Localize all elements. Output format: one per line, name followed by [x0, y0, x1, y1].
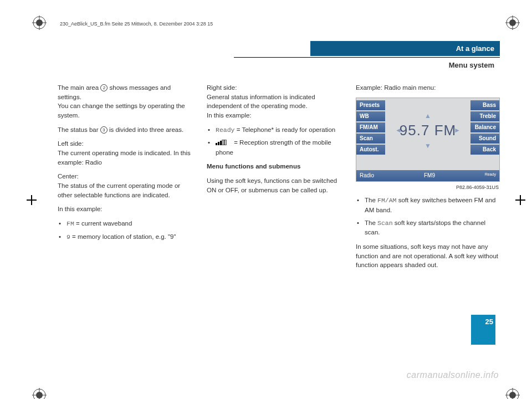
body-text: Example: Radio main menu:	[356, 83, 500, 93]
text: The	[365, 219, 377, 226]
status-ready: Ready	[485, 172, 496, 180]
text: You can change the settings by operating…	[58, 103, 185, 119]
radio-menu-figure: Presets WB FM/AM Scan Autost. Bass Trebl…	[356, 98, 500, 182]
code: Scan	[377, 219, 393, 227]
status-bar: Radio FM9 Ready	[356, 170, 499, 182]
svg-rect-17	[218, 142, 219, 145]
text: The	[365, 197, 377, 203]
body-text: Using the soft keys, functions can be sw…	[207, 176, 341, 195]
body-text: Right side: General status information i…	[207, 83, 341, 120]
text: = Reception strength of the mobile phone	[216, 139, 331, 155]
signal-strength-icon	[216, 139, 232, 148]
reg-mark-tr	[505, 16, 520, 30]
text: The status of the current operating mode…	[58, 182, 180, 198]
status-center: FM9	[424, 172, 435, 180]
text: The status bar	[58, 126, 100, 133]
body-text: The main area 2 shows messages and setti…	[58, 83, 192, 120]
frequency-display: 95.7 FM	[356, 120, 499, 141]
watermark: carmanualsonline.info	[407, 370, 499, 380]
softkey-autost: Autost.	[356, 145, 385, 155]
body-text: Center: The status of the current operat…	[58, 172, 192, 200]
list-item: FM = current waveband	[58, 219, 192, 229]
softkey-presets: Presets	[356, 100, 385, 111]
list-item: The FM/AM soft key switches between FM a…	[356, 196, 500, 214]
column-right: Example: Radio main menu: Presets WB FM/…	[356, 83, 500, 275]
reg-mark-tl	[32, 16, 47, 30]
softkey-bass: Bass	[470, 100, 499, 111]
svg-rect-19	[222, 140, 224, 145]
label: Center:	[58, 173, 79, 180]
section-title: At a glance	[310, 41, 500, 56]
column-mid: Right side: General status information i…	[207, 83, 341, 275]
page-number: 25	[485, 318, 493, 326]
arrow-down-icon: ▼	[424, 141, 431, 151]
arrow-up-icon: ▲	[424, 111, 431, 121]
reg-mark-br	[505, 388, 520, 399]
svg-rect-16	[216, 143, 217, 145]
text: is divided into three areas.	[108, 126, 183, 133]
subheading: Menu functions and submenus	[207, 162, 341, 171]
body-text: In this example:	[58, 204, 192, 214]
softkey-back: Back	[470, 145, 499, 155]
code: FM/AM	[377, 197, 397, 204]
callout-3: 3	[100, 126, 108, 134]
body-text: Left side: The current operating mode is…	[58, 139, 192, 167]
reg-mark-bl	[32, 388, 47, 399]
text: = memory location of station, e.g. "9"	[70, 233, 176, 240]
callout-2: 2	[100, 84, 108, 91]
body-text: In some situations, soft keys may not ha…	[356, 242, 500, 270]
figure-caption: P82.86-4059-31US	[356, 184, 499, 191]
column-left: The main area 2 shows messages and setti…	[58, 83, 192, 275]
list-item: = Reception strength of the mobile phone	[207, 138, 341, 157]
label: Left side:	[58, 140, 84, 147]
header-rule	[234, 57, 500, 58]
section-subtitle: Menu system	[310, 59, 500, 69]
list-item: The Scan soft key starts/stops the chann…	[356, 218, 500, 237]
code: Ready	[216, 126, 235, 134]
print-header: 230_AeBlick_US_B.fm Seite 25 Mittwoch, 8…	[60, 21, 213, 27]
text: = Telephone* is ready for operation	[235, 126, 336, 133]
list-item: Ready = Telephone* is ready for operatio…	[207, 125, 341, 135]
code: 9	[66, 233, 70, 241]
text: General status information is indicated …	[207, 94, 315, 110]
status-mode: Radio	[360, 172, 374, 180]
label: Right side:	[207, 84, 237, 91]
reg-cross-right	[515, 195, 525, 205]
code: FM	[66, 220, 74, 227]
text: = current waveband	[74, 220, 132, 227]
list-item: 9 = memory location of station, e.g. "9"	[58, 232, 192, 242]
text: The current operating mode is indicated.…	[58, 150, 191, 166]
svg-rect-20	[224, 140, 226, 145]
body-text: The status bar 3 is divided into three a…	[58, 125, 192, 135]
text: In this example:	[207, 112, 252, 119]
text: The main area	[58, 84, 100, 91]
svg-rect-18	[220, 141, 222, 145]
reg-cross-left	[27, 195, 37, 205]
